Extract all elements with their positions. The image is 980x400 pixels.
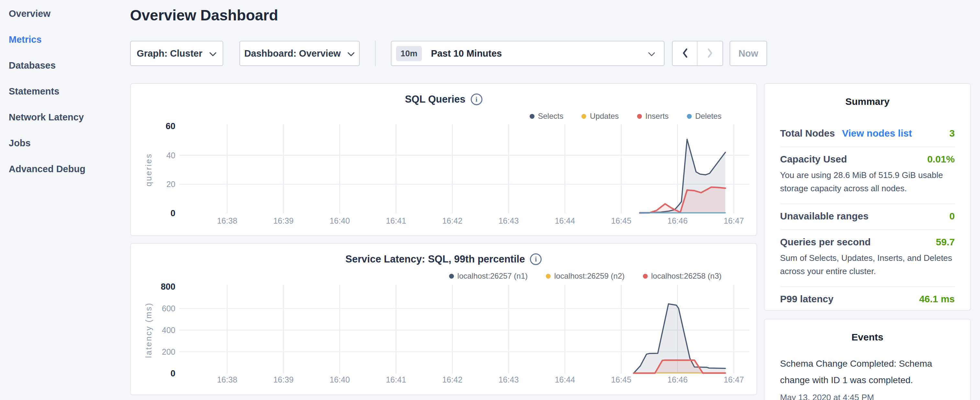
sidebar-item-databases[interactable]: Databases	[0, 53, 130, 78]
svg-text:0: 0	[170, 209, 175, 218]
sidebar-item-label: Databases	[9, 60, 56, 71]
svg-text:16:40: 16:40	[330, 375, 350, 384]
sidebar-item-label: Metrics	[9, 34, 42, 45]
svg-text:16:46: 16:46	[667, 216, 688, 225]
dashboard-dropdown-label: Dashboard: Overview	[244, 48, 341, 59]
summary-row-label: Capacity Used	[780, 154, 847, 165]
sidebar-item-label: Advanced Debug	[9, 164, 86, 174]
time-nav-group	[672, 41, 723, 66]
chevron-down-icon	[209, 48, 217, 59]
now-button[interactable]: Now	[730, 41, 767, 66]
summary-row: Total NodesView nodes list3	[780, 121, 955, 142]
svg-text:16:41: 16:41	[386, 216, 406, 225]
chevron-left-icon	[682, 48, 688, 59]
graph-scope-dropdown-label: Graph: Cluster	[137, 48, 202, 59]
svg-text:400: 400	[162, 325, 175, 335]
svg-text:16:40: 16:40	[330, 216, 350, 225]
summary-heading: Summary	[780, 96, 955, 107]
summary-row-description: Sum of Selects, Updates, Inserts, and De…	[780, 250, 955, 281]
svg-text:16:46: 16:46	[667, 375, 688, 384]
summary-row-value: 0.01%	[927, 154, 955, 165]
sidebar-item-network-latency[interactable]: Network Latency	[0, 104, 130, 130]
summary-row: Queries per second59.7	[780, 230, 955, 250]
sidebar-item-statements[interactable]: Statements	[0, 78, 130, 104]
svg-text:16:43: 16:43	[499, 216, 519, 225]
summary-row-value: 3	[949, 128, 955, 139]
sidebar-item-overview[interactable]: Overview	[0, 1, 130, 27]
svg-text:200: 200	[162, 347, 175, 356]
sql-queries-plot[interactable]: 16:3816:3916:4016:4116:4216:4316:4416:45…	[131, 84, 756, 235]
summary-row: P99 latency46.1 ms	[780, 287, 955, 307]
summary-row: Capacity Used0.01%	[780, 147, 955, 167]
controls-bar: Graph: Cluster Dashboard: Overview 10m P…	[130, 41, 767, 66]
chevron-right-icon	[707, 48, 713, 59]
sidebar-item-label: Jobs	[9, 138, 31, 148]
chevron-down-icon	[648, 48, 655, 59]
event-message: Schema Change Completed: Schema change w…	[780, 356, 955, 389]
svg-text:40: 40	[166, 151, 175, 160]
summary-row-label: Total Nodes	[780, 128, 835, 139]
svg-text:16:42: 16:42	[442, 216, 463, 225]
svg-text:800: 800	[161, 282, 175, 292]
time-range-label: Past 10 Minutes	[431, 48, 502, 59]
graph-scope-dropdown[interactable]: Graph: Cluster	[130, 41, 223, 66]
summary-row: Unavailable ranges0	[780, 204, 955, 224]
svg-text:20: 20	[166, 180, 175, 189]
summary-row-label: P99 latency	[780, 293, 834, 304]
sidebar-item-label: Overview	[9, 8, 51, 19]
view-nodes-list-link[interactable]: View nodes list	[842, 128, 912, 139]
events-panel: Events Schema Change Completed: Schema c…	[764, 319, 971, 400]
summary-panel: Summary Total NodesView nodes list3Capac…	[764, 83, 971, 311]
service-latency-plot[interactable]: 16:3816:3916:4016:4116:4216:4316:4416:45…	[131, 244, 756, 395]
sidebar-item-label: Statements	[9, 86, 59, 97]
svg-text:16:47: 16:47	[724, 216, 744, 225]
svg-text:16:45: 16:45	[611, 375, 632, 384]
time-range-badge: 10m	[396, 46, 422, 61]
svg-text:queries: queries	[144, 153, 153, 186]
svg-text:16:44: 16:44	[555, 375, 575, 384]
svg-text:16:39: 16:39	[274, 375, 294, 384]
summary-row-label: Unavailable ranges	[780, 211, 869, 222]
dashboard-dropdown[interactable]: Dashboard: Overview	[239, 41, 360, 66]
svg-text:16:38: 16:38	[217, 375, 237, 384]
summary-row-value: 59.7	[936, 237, 955, 247]
svg-text:600: 600	[162, 304, 175, 313]
svg-text:16:42: 16:42	[442, 375, 463, 384]
page-title: Overview Dashboard	[130, 6, 278, 24]
events-heading: Events	[780, 332, 955, 343]
time-range-dropdown[interactable]: 10m Past 10 Minutes	[391, 41, 665, 66]
summary-row-label: Queries per second	[780, 237, 871, 247]
svg-text:16:43: 16:43	[499, 375, 519, 384]
summary-row-value: 46.1 ms	[919, 293, 955, 304]
svg-text:16:41: 16:41	[386, 375, 406, 384]
svg-text:16:44: 16:44	[555, 216, 575, 225]
svg-text:16:38: 16:38	[217, 216, 237, 225]
summary-row-value: 0	[949, 211, 955, 222]
sidebar-nav: OverviewMetricsDatabasesStatementsNetwor…	[0, 0, 130, 182]
event-timestamp: May 13, 2020 at 4:45 PM	[780, 392, 955, 400]
controls-divider	[375, 41, 375, 66]
chevron-down-icon	[347, 48, 355, 59]
svg-text:latency (ms): latency (ms)	[144, 302, 153, 358]
sidebar-item-advanced-debug[interactable]: Advanced Debug	[0, 156, 130, 182]
sidebar-item-metrics[interactable]: Metrics	[0, 27, 130, 53]
time-back-button[interactable]	[673, 41, 698, 65]
time-forward-button[interactable]	[698, 41, 722, 65]
sidebar-item-jobs[interactable]: Jobs	[0, 130, 130, 156]
svg-text:0: 0	[170, 369, 175, 378]
svg-text:16:45: 16:45	[611, 216, 632, 225]
summary-row-description: You are using 28.6 MiB of 515.9 GiB usab…	[780, 167, 955, 198]
event-item[interactable]: Schema Change Completed: Schema change w…	[780, 356, 955, 400]
sql-queries-panel: SQL QueriesiSelectsUpdatesInsertsDeletes…	[130, 83, 757, 236]
svg-text:16:47: 16:47	[724, 375, 744, 384]
service-latency-panel: Service Latency: SQL, 99th percentileilo…	[130, 243, 757, 395]
svg-text:60: 60	[165, 121, 175, 131]
sidebar-item-label: Network Latency	[9, 112, 84, 123]
svg-text:16:39: 16:39	[274, 216, 294, 225]
